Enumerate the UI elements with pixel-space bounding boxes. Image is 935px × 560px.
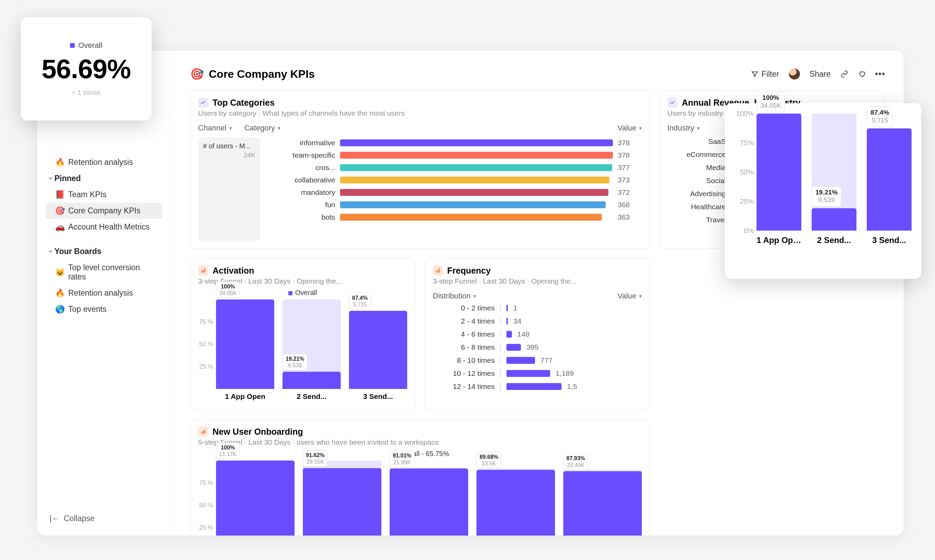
- y-tick: 100%: [734, 110, 754, 118]
- topcat-bars: informative 378team-specific 378cros... …: [266, 137, 642, 241]
- sidebar-item-retention-top[interactable]: 🔥 Retention analysis: [45, 154, 162, 170]
- bar-value: 34: [513, 317, 521, 325]
- bar-row: collaborative 373: [266, 176, 642, 184]
- bar-value: 777: [540, 356, 552, 365]
- fire-icon: 🔥: [55, 288, 64, 298]
- bar-row: 6 - 8 times 395: [433, 343, 642, 351]
- bar-label: collaborative: [266, 176, 335, 184]
- bar-fill: [506, 383, 562, 390]
- bar-badge: 100%34.05K: [216, 282, 240, 298]
- bar-fill: 87.93%20.49K: [563, 471, 642, 535]
- bar-badge: 19.21%6,539: [812, 186, 841, 207]
- bar-row: 12 - 14 times 1,5: [433, 382, 642, 391]
- fire-icon: 🔥: [55, 158, 64, 167]
- bar-badge: 100%11.17K: [216, 443, 240, 459]
- sidebar-head-pinned[interactable]: › Pinned: [45, 170, 162, 186]
- bar-label: 12 - 14 times: [433, 382, 495, 391]
- link-icon[interactable]: [840, 70, 849, 78]
- bar-fill: 91.01%25.99K: [390, 468, 468, 535]
- page-actions: Filter Share •••: [751, 69, 885, 80]
- funnel-icon: [433, 265, 443, 276]
- avatar[interactable]: [789, 69, 800, 80]
- zoom-chart: 100%75%50%25%0% 100%34.05K 19.21%6,539 8…: [734, 114, 912, 231]
- bar-fill: [506, 370, 550, 377]
- funnel-step: 100%11.17K: [216, 460, 295, 535]
- bar-label: eCommerce: [667, 151, 726, 158]
- bar-label: 8 - 10 times: [433, 356, 495, 365]
- value-dropdown[interactable]: Value▾: [617, 292, 642, 300]
- bar-fill: [340, 139, 613, 146]
- channel-chip[interactable]: # of users - M... 24K: [198, 137, 260, 241]
- channel-dropdown[interactable]: Channel▾: [198, 123, 232, 132]
- kpi-period: < 1 Week: [72, 89, 101, 97]
- filter-button[interactable]: Filter: [751, 69, 779, 79]
- sidebar-group-your-boards: › Your Boards 😺 Top level conversion rat…: [45, 243, 162, 317]
- card-subtitle: 5-step Funnel · Last 30 Days · users who…: [198, 438, 642, 446]
- bar-value: 377: [618, 163, 642, 172]
- y-tick: 0%: [734, 227, 754, 235]
- funnel-step: 87.93%20.49K: [563, 460, 642, 535]
- bar-label: fun: [266, 201, 335, 209]
- bar-badge: 91.62%28.55K: [303, 450, 328, 466]
- kpi-legend: Overall: [78, 41, 102, 50]
- y-tick: 25 %: [198, 524, 213, 531]
- sidebar-item-top-conversion[interactable]: 😺 Top level conversion rates: [45, 260, 162, 285]
- card-frequency: Frequency 3-step Funnel · Last 30 Days ·…: [425, 258, 650, 409]
- target-icon: 🎯: [55, 206, 64, 215]
- value-dropdown[interactable]: Value▾: [617, 123, 642, 132]
- bar-value: 373: [618, 176, 642, 184]
- share-label: Share: [810, 69, 831, 79]
- y-tick: 50%: [734, 168, 754, 176]
- sidebar-item-core-kpis[interactable]: 🎯 Core Company KPIs: [45, 203, 162, 219]
- industry-dropdown[interactable]: Industry▾: [667, 123, 700, 132]
- sidebar-group-title: Your Boards: [54, 247, 101, 256]
- distribution-dropdown[interactable]: Distribution▾: [433, 292, 476, 300]
- funnel-step: 91.01%25.99K: [390, 460, 468, 535]
- bar-badge: 19.21%6,539: [282, 354, 307, 370]
- card-activation: Activation 3-step Funnel · Last 30 Days …: [190, 258, 415, 409]
- sidebar-head-your-boards[interactable]: › Your Boards: [45, 243, 162, 260]
- share-button[interactable]: Share: [810, 69, 831, 79]
- more-icon[interactable]: •••: [876, 70, 884, 78]
- bar-label: 4 - 6 times: [433, 330, 495, 338]
- svg-rect-0: [201, 271, 202, 272]
- bar-badge: 89.68%23.5K: [477, 452, 501, 468]
- collapse-sidebar-button[interactable]: |← Collapse: [45, 510, 162, 527]
- bar-fill: 19.21%6,539: [812, 208, 856, 231]
- y-tick: 50 %: [198, 341, 213, 348]
- bar-value: 378: [618, 139, 642, 147]
- sidebar-item-retention[interactable]: 🔥 Retention analysis: [45, 285, 162, 301]
- bar-value: 1: [513, 304, 517, 312]
- bar-value: 363: [618, 213, 642, 221]
- bar-fill: [340, 164, 612, 171]
- svg-rect-1: [203, 269, 204, 272]
- bar-fill: 19.21%6,539: [282, 372, 341, 389]
- bar-row: team-specific 378: [266, 151, 642, 159]
- x-label: 2 Send...: [812, 235, 856, 245]
- sidebar-item-label: Team KPIs: [68, 190, 106, 199]
- card-top-categories: Top Categories Users by category · What …: [190, 90, 650, 249]
- funnel-step: 87.4%5,715: [349, 300, 407, 389]
- sidebar-item-team-kpis[interactable]: 📕 Team KPIs: [45, 186, 162, 203]
- bar-label: 0 - 2 times: [433, 304, 495, 312]
- card-title: Activation: [213, 266, 254, 276]
- page-header: 🎯 Core Company KPIs Filter Share: [190, 68, 884, 80]
- category-dropdown[interactable]: Category▾: [244, 123, 281, 132]
- bar-row: 0 - 2 times 1: [433, 304, 642, 312]
- legend-swatch: [70, 43, 75, 48]
- sidebar-item-account-health[interactable]: 🚗 Account Health Metrics: [45, 219, 162, 235]
- sidebar-item-top-events[interactable]: 🌎 Top events: [45, 301, 162, 317]
- bar-fill: [506, 344, 521, 351]
- activation-chart: Overall 75 %50 %25 % 100%34.05K 19.21%6,…: [198, 289, 407, 402]
- sidebar-item-label: Account Health Metrics: [68, 222, 150, 232]
- channel-chip-value: 24K: [203, 151, 255, 159]
- svg-rect-8: [204, 429, 205, 434]
- sidebar-item-label: Retention analysis: [68, 158, 133, 167]
- card-onboarding: New User Onboarding 5-step Funnel · Last…: [190, 419, 650, 535]
- bar-fill: [340, 177, 609, 183]
- funnel-step: 87.4%5,715: [867, 114, 912, 231]
- bar-fill: 100%34.05K: [216, 300, 274, 389]
- heart-icon[interactable]: [858, 70, 866, 78]
- bar-label: 10 - 12 times: [433, 369, 495, 378]
- bar-fill: [506, 331, 512, 338]
